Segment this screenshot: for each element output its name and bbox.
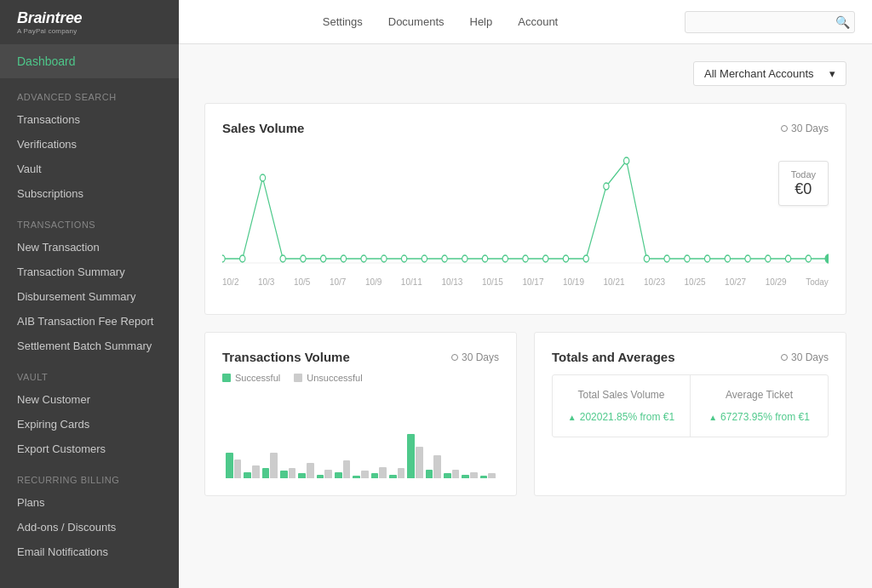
- sidebar-item-verifications[interactable]: Verifications: [0, 132, 179, 157]
- bar-fail-10: [416, 447, 423, 479]
- sidebar-item-subscriptions[interactable]: Subscriptions: [0, 181, 179, 206]
- arrow-up-icon-1: ▲: [708, 413, 717, 422]
- x-label-14: 10/29: [766, 277, 787, 287]
- bar-success-7: [353, 476, 360, 478]
- svg-point-9: [382, 255, 387, 262]
- x-label-8: 10/17: [522, 277, 543, 287]
- sidebar-item-transactions[interactable]: Transactions: [0, 107, 179, 132]
- bar-group-6: [335, 460, 350, 478]
- bar-fail-8: [379, 467, 387, 479]
- transactions-volume-header: Transactions Volume 30 Days: [222, 350, 499, 364]
- svg-point-26: [725, 255, 730, 262]
- bar-success-12: [444, 473, 451, 478]
- legend-unsuccessful: Unsuccessful: [294, 373, 362, 383]
- bar-fail-2: [270, 453, 278, 478]
- legend-successful-label: Successful: [235, 373, 280, 383]
- bar-success-11: [426, 470, 433, 479]
- sidebar-item-aib-fee-report[interactable]: AIB Transaction Fee Report: [0, 309, 179, 334]
- sidebar-item-transaction-summary[interactable]: Transaction Summary: [0, 260, 179, 284]
- x-label-12: 10/25: [685, 277, 706, 287]
- merchant-dropdown-label: All Merchant Accounts: [704, 67, 814, 80]
- bar-group-7: [353, 471, 368, 478]
- totals-cell-1-label: Average Ticket: [704, 389, 814, 401]
- svg-point-30: [806, 255, 811, 262]
- search-area[interactable]: 🔍: [685, 11, 855, 33]
- search-button[interactable]: 🔍: [835, 15, 850, 29]
- nav-settings[interactable]: Settings: [323, 15, 363, 28]
- bar-success-1: [244, 472, 251, 479]
- sidebar-item-new-transaction[interactable]: New Transaction: [0, 235, 179, 260]
- svg-point-24: [685, 255, 690, 262]
- x-axis-labels: 10/2 10/3 10/5 10/7 10/9 10/11 10/13 10/…: [222, 274, 829, 287]
- bar-group-5: [317, 470, 332, 479]
- bar-group-4: [298, 463, 313, 478]
- totals-cell-0-label: Total Sales Volume: [566, 389, 676, 401]
- main-layout: Dashboard Advanced Search Transactions V…: [0, 44, 872, 588]
- bar-success-14: [480, 476, 488, 478]
- sidebar-section-billing-label: Recurring Billing: [0, 461, 179, 490]
- svg-point-1: [222, 255, 225, 262]
- totals-cell-1: Average Ticket ▲ 67273.95% from €1: [691, 375, 828, 437]
- merchant-dropdown[interactable]: All Merchant Accounts ▾: [693, 61, 846, 86]
- tv-period-dot-icon: [451, 354, 458, 361]
- nav-documents[interactable]: Documents: [388, 15, 445, 28]
- sales-volume-section: Sales Volume 30 Days Today €0: [204, 103, 846, 315]
- sidebar-item-vault[interactable]: Vault: [0, 157, 179, 181]
- sales-volume-period: 30 Days: [781, 123, 829, 134]
- nav-help[interactable]: Help: [470, 15, 493, 28]
- sidebar-item-addons-discounts[interactable]: Add-ons / Discounts: [0, 515, 179, 539]
- bar-success-0: [226, 453, 233, 478]
- nav-links: Settings Documents Help Account: [196, 15, 685, 28]
- sidebar: Dashboard Advanced Search Transactions V…: [0, 44, 179, 588]
- search-input[interactable]: [692, 15, 835, 28]
- totals-averages-section: Totals and Averages 30 Days Total Sales …: [534, 332, 846, 496]
- sidebar-item-plans[interactable]: Plans: [0, 490, 179, 515]
- sidebar-section-advanced-search-label: Advanced Search: [0, 78, 179, 107]
- sidebar-section-vault-label: Vault: [0, 358, 179, 387]
- bar-group-10: [407, 434, 422, 479]
- sidebar-item-disbursement-summary[interactable]: Disbursement Summary: [0, 284, 179, 309]
- svg-point-7: [341, 255, 346, 262]
- svg-point-29: [785, 255, 790, 262]
- bar-fail-4: [307, 463, 314, 478]
- bar-fail-11: [433, 455, 441, 478]
- bar-fail-12: [452, 470, 460, 479]
- svg-point-4: [280, 255, 285, 262]
- svg-point-17: [543, 255, 548, 262]
- svg-point-31: [825, 254, 829, 263]
- main-content: All Merchant Accounts ▾ Sales Volume 30 …: [179, 44, 872, 588]
- svg-point-21: [624, 157, 629, 164]
- top-nav: Settings Documents Help Account 🔍: [179, 0, 872, 44]
- bar-fail-9: [398, 468, 405, 478]
- bar-success-5: [317, 475, 324, 479]
- bar-group-14: [480, 473, 496, 478]
- x-label-0: 10/2: [222, 277, 238, 287]
- svg-point-20: [604, 183, 609, 190]
- x-label-4: 10/9: [365, 277, 382, 287]
- sidebar-dashboard[interactable]: Dashboard: [0, 44, 179, 78]
- bottom-charts-row: Transactions Volume 30 Days Successful U…: [204, 332, 846, 496]
- sales-volume-title: Sales Volume: [222, 121, 304, 135]
- logo-text: Braintree: [17, 9, 82, 27]
- braintree-logo: Braintree A PayPal company: [17, 9, 82, 35]
- bar-success-9: [389, 475, 397, 479]
- sidebar-item-new-customer[interactable]: New Customer: [0, 387, 179, 412]
- bar-fail-5: [324, 470, 332, 479]
- sidebar-item-expiring-cards[interactable]: Expiring Cards: [0, 412, 179, 437]
- bar-fail-1: [252, 465, 260, 478]
- totals-grid: Total Sales Volume ▲ 202021.85% from €1 …: [552, 374, 829, 437]
- sidebar-item-export-customers[interactable]: Export Customers: [0, 437, 179, 461]
- bar-group-9: [389, 468, 404, 478]
- sidebar-section-transactions-label: Transactions: [0, 206, 179, 235]
- bar-chart: [222, 393, 499, 478]
- svg-point-25: [704, 255, 709, 262]
- nav-account[interactable]: Account: [518, 15, 558, 28]
- sidebar-item-email-notifications[interactable]: Email Notifications: [0, 539, 179, 564]
- legend-unsuccessful-label: Unsuccessful: [307, 373, 362, 383]
- bar-group-12: [444, 470, 459, 479]
- sales-line-chart: [222, 144, 829, 271]
- bar-group-13: [462, 472, 477, 479]
- sidebar-item-settlement-batch[interactable]: Settlement Batch Summary: [0, 334, 179, 358]
- bar-fail-7: [361, 471, 369, 478]
- x-label-9: 10/19: [563, 277, 584, 287]
